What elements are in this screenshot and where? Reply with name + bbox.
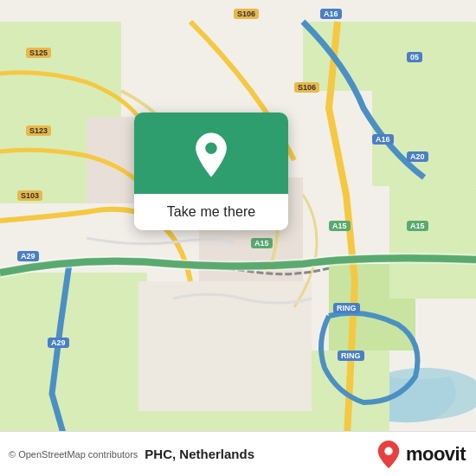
road-badge-a16-mid: A16 [372, 134, 394, 145]
road-badge-a15-right: A15 [407, 221, 428, 231]
map-svg [0, 0, 476, 476]
road-badge-a15-mid1: A15 [251, 238, 273, 248]
road-badge-a15-mid2: A15 [329, 221, 351, 231]
moovit-brand-text: moovit [406, 443, 466, 466]
popup-card: Take me there [134, 113, 288, 230]
road-badge-a29-low: A29 [48, 338, 69, 348]
road-badge-a20: A20 [407, 151, 428, 162]
take-me-there-button[interactable]: Take me there [134, 194, 288, 230]
bottom-left-section: © OpenStreetMap contributors PHC, Nether… [9, 447, 254, 461]
svg-point-13 [205, 143, 217, 155]
popup-green-section [134, 113, 288, 194]
location-name: PHC, Netherlands [145, 447, 254, 461]
svg-rect-9 [389, 186, 476, 299]
svg-point-14 [384, 447, 392, 454]
road-badge-a16-top: A16 [320, 9, 342, 19]
map-container: S106A16S12505S123S106A16A20S103A15A15A15… [0, 0, 476, 476]
moovit-logo: moovit [376, 440, 466, 469]
road-badge-s103: S103 [17, 190, 42, 201]
road-badge-s125: S125 [26, 48, 51, 58]
location-pin-icon [192, 132, 230, 178]
svg-rect-12 [138, 281, 312, 411]
bottom-bar: © OpenStreetMap contributors PHC, Nether… [0, 431, 476, 476]
road-badge-s106: S106 [234, 9, 259, 19]
road-badge-s123: S123 [26, 125, 51, 136]
road-badge-a05: 05 [407, 52, 422, 62]
road-badge-ring2: RING [338, 351, 364, 361]
road-badge-s106b: S106 [294, 82, 319, 93]
copyright-text: © OpenStreetMap contributors [9, 449, 138, 460]
road-badge-ring: RING [333, 303, 360, 313]
moovit-pin-icon [376, 440, 401, 469]
road-badge-a29-bot: A29 [17, 251, 39, 261]
